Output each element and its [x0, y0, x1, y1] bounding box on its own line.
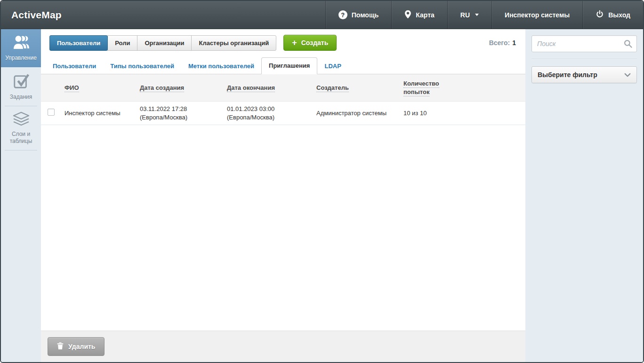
- table-header-row: ФИО Дата создания Дата окончания Создате…: [41, 74, 525, 102]
- tab-roles[interactable]: Роли: [107, 35, 137, 51]
- subtab-users[interactable]: Пользователи: [46, 58, 103, 74]
- created-timezone: (Европа/Москва): [140, 113, 217, 122]
- cell-creator: Администратор системы: [312, 102, 399, 125]
- sidebar-item-layers[interactable]: Слои и таблицы: [1, 106, 41, 150]
- current-user-label: Инспектор системы: [505, 11, 570, 19]
- top-menu: ? Помощь Карта RU Инспектор системы: [325, 1, 643, 29]
- delete-button-label: Удалить: [68, 343, 95, 350]
- logout-label: Выход: [608, 11, 630, 19]
- task-check-icon: [13, 72, 30, 91]
- action-footer: Удалить: [41, 331, 525, 362]
- map-pin-icon: [404, 10, 411, 20]
- search-box: [531, 35, 637, 52]
- panel-divider: [531, 59, 637, 60]
- ends-timezone: (Европа/Москва): [227, 113, 307, 122]
- total-counter: Всего:1: [489, 39, 518, 47]
- create-button-label: Создать: [301, 39, 329, 47]
- entity-tabs: Пользователи Роли Организации Кластеры о…: [49, 35, 276, 51]
- search-icon: [623, 39, 633, 50]
- column-header-attempts[interactable]: Количество попыток: [399, 74, 455, 102]
- filter-panel: Выберите фильтр: [525, 29, 643, 362]
- sidebar-item-label: Задания: [3, 94, 39, 101]
- subtab-user-types[interactable]: Типы пользователей: [103, 58, 181, 74]
- help-icon: ?: [338, 10, 347, 19]
- cell-ends: 01.01.2023 03:00 (Европа/Москва): [222, 102, 312, 125]
- body: Управление Задания: [1, 29, 643, 362]
- app-logo: ActiveMap: [1, 1, 72, 29]
- created-datetime: 03.11.2022 17:28: [140, 105, 217, 113]
- main-content: Пользователи Роли Организации Кластеры о…: [41, 29, 525, 362]
- language-dropdown[interactable]: RU: [447, 1, 491, 29]
- chevron-down-icon: [624, 71, 631, 79]
- row-checkbox-cell: [41, 102, 60, 125]
- filter-dropdown-label: Выберите фильтр: [538, 71, 597, 79]
- logout-menu-item[interactable]: Выход: [582, 1, 643, 29]
- tab-organizations[interactable]: Организации: [137, 35, 192, 51]
- filler-header-cell: [455, 74, 525, 102]
- cell-fio: Инспектор системы: [60, 102, 135, 125]
- column-header-creator[interactable]: Создатель: [312, 74, 399, 102]
- select-all-header-cell: [41, 74, 60, 102]
- column-header-fio[interactable]: ФИО: [60, 74, 135, 102]
- subtab-user-labels[interactable]: Метки пользователей: [181, 58, 261, 74]
- tab-users[interactable]: Пользователи: [49, 35, 108, 51]
- language-label: RU: [460, 11, 470, 19]
- sidebar: Управление Задания: [1, 29, 41, 362]
- trash-icon: [57, 342, 64, 351]
- sidebar-item-label: Управление: [3, 55, 39, 62]
- app-window: ActiveMap ? Помощь Карта RU Инспектор си…: [0, 0, 644, 363]
- current-user-menu-item[interactable]: Инспектор системы: [491, 1, 582, 29]
- column-header-created[interactable]: Дата создания: [135, 74, 222, 102]
- table-row[interactable]: Инспектор системы 03.11.2022 17:28 (Евро…: [41, 102, 525, 125]
- plus-icon: +: [292, 39, 297, 46]
- total-label: Всего:: [489, 39, 510, 47]
- top-header: ActiveMap ? Помощь Карта RU Инспектор си…: [1, 1, 643, 29]
- total-value: 1: [512, 39, 516, 47]
- filter-dropdown[interactable]: Выберите фильтр: [531, 66, 637, 83]
- subtab-ldap[interactable]: LDAP: [317, 58, 348, 74]
- map-menu-item[interactable]: Карта: [391, 1, 447, 29]
- users-icon: [11, 34, 32, 52]
- layers-icon: [12, 111, 30, 128]
- subtab-invitations[interactable]: Приглашения: [261, 57, 317, 74]
- delete-button[interactable]: Удалить: [48, 337, 105, 356]
- cell-attempts: 10 из 10: [399, 102, 455, 125]
- toolbar: Пользователи Роли Организации Кластеры о…: [41, 29, 525, 53]
- sub-tabs: Пользователи Типы пользователей Метки по…: [41, 57, 525, 74]
- cell-created: 03.11.2022 17:28 (Европа/Москва): [135, 102, 222, 125]
- tab-org-clusters[interactable]: Кластеры организаций: [191, 35, 276, 51]
- column-header-ends[interactable]: Дата окончания: [222, 74, 312, 102]
- sidebar-item-label: Слои и таблицы: [3, 131, 39, 145]
- filler-cell: [455, 102, 525, 125]
- invitations-table: ФИО Дата создания Дата окончания Создате…: [41, 74, 525, 125]
- chevron-down-icon: [475, 14, 479, 16]
- sidebar-item-tasks[interactable]: Задания: [1, 67, 41, 106]
- sidebar-item-management[interactable]: Управление: [1, 29, 41, 67]
- map-label: Карта: [416, 11, 435, 19]
- power-icon: [596, 10, 604, 20]
- help-label: Помощь: [352, 11, 379, 19]
- create-button[interactable]: + Создать: [283, 35, 337, 51]
- ends-datetime: 01.01.2023 03:00: [227, 105, 307, 113]
- search-input[interactable]: [531, 35, 637, 52]
- row-checkbox[interactable]: [48, 109, 55, 116]
- help-menu-item[interactable]: ? Помощь: [325, 1, 392, 29]
